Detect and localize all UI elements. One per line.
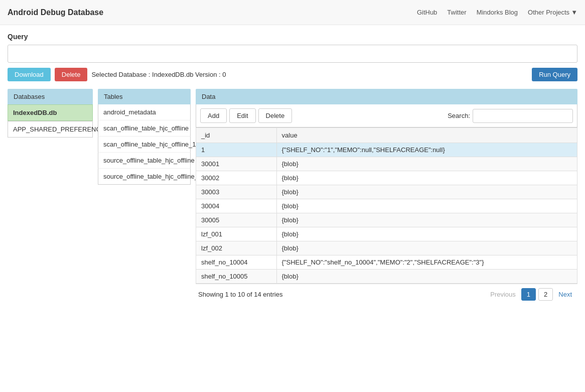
cell-value: {blob} (276, 270, 577, 284)
table-row[interactable]: shelf_no_10005{blob} (196, 270, 577, 284)
col-header-id: _id (196, 128, 277, 143)
cell-id: lzf_001 (196, 227, 277, 241)
query-input[interactable] (8, 45, 577, 63)
app-title: Android Debug Database (8, 8, 417, 17)
cell-id: shelf_no_10005 (196, 270, 277, 284)
table-row[interactable]: 30004{blob} (196, 199, 577, 213)
table-row[interactable]: lzf_002{blob} (196, 241, 577, 255)
table-row[interactable]: shelf_no_10004{"SHELF_NO":"shelf_no_1000… (196, 255, 577, 270)
table-row[interactable]: 30002{blob} (196, 171, 577, 185)
other-projects-link[interactable]: Other Projects ▼ (528, 9, 577, 16)
delete-data-button[interactable]: Delete (258, 108, 292, 123)
data-column: Data Add Edit Delete Search: _id value 1… (196, 89, 577, 305)
table-item-source-offline-1[interactable]: source_offline_table_hjc_offline_1 (98, 169, 191, 185)
table-item-scan-offline[interactable]: scan_offline_table_hjc_offline (98, 120, 191, 137)
cell-id: 30005 (196, 213, 277, 227)
page-2-button[interactable]: 2 (538, 288, 553, 301)
navbar: Android Debug Database GitHub Twitter Mi… (0, 0, 585, 25)
cell-value: {blob} (276, 213, 577, 227)
table-row[interactable]: 30001{blob} (196, 157, 577, 171)
cell-id: 30004 (196, 199, 277, 213)
cell-id: 30003 (196, 185, 277, 199)
table-item-source-offline[interactable]: source_offline_table_hjc_offline (98, 153, 191, 169)
table-row[interactable]: 30003{blob} (196, 185, 577, 199)
databases-column: Databases IndexedDB.db APP_SHARED_PREFER… (8, 89, 93, 138)
table-row[interactable]: 1{"SHELF_NO":"1","MEMO":null,"SHELFACREA… (196, 143, 577, 157)
pagination-controls: Previous 1 2 Next (487, 288, 575, 301)
db-item-app-shared-prefs[interactable]: APP_SHARED_PREFERENCES (8, 121, 93, 138)
cell-value: {"SHELF_NO":"1","MEMO":null,"SHELFACREAG… (276, 143, 577, 157)
main-content: Query Download Delete Selected Database … (0, 25, 585, 312)
cell-value: {"SHELF_NO":"shelf_no_10004","MEMO":"2",… (276, 255, 577, 270)
table-item-android-metadata[interactable]: android_metadata (98, 104, 191, 120)
mindorks-link[interactable]: Mindorks Blog (477, 9, 518, 16)
cell-id: 30001 (196, 157, 277, 171)
data-toolbar: Add Edit Delete Search: (196, 104, 577, 127)
nav-links: GitHub Twitter Mindorks Blog Other Proje… (417, 9, 577, 16)
databases-header: Databases (8, 89, 93, 104)
cell-value: {blob} (276, 185, 577, 199)
download-button[interactable]: Download (8, 68, 51, 81)
next-button[interactable]: Next (555, 289, 575, 300)
cell-value: {blob} (276, 241, 577, 255)
tables-column: Tables android_metadata scan_offline_tab… (98, 89, 191, 185)
data-table: _id value 1{"SHELF_NO":"1","MEMO":null,"… (196, 127, 577, 284)
query-label: Query (8, 33, 577, 41)
previous-button[interactable]: Previous (487, 289, 519, 300)
search-input[interactable] (473, 109, 573, 123)
cell-id: lzf_002 (196, 241, 277, 255)
cell-value: {blob} (276, 171, 577, 185)
pagination-bar: Showing 1 to 10 of 14 entries Previous 1… (196, 284, 577, 305)
github-link[interactable]: GitHub (417, 9, 437, 16)
tables-header: Tables (98, 89, 191, 104)
db-item-indexeddb[interactable]: IndexedDB.db (8, 104, 93, 121)
table-row[interactable]: 30005{blob} (196, 213, 577, 227)
cell-id: 1 (196, 143, 277, 157)
table-row[interactable]: lzf_001{blob} (196, 227, 577, 241)
selected-db-label: Selected Database : IndexedDB.db Version… (91, 71, 226, 78)
cell-value: {blob} (276, 227, 577, 241)
toolbar: Download Delete Selected Database : Inde… (8, 68, 577, 81)
cell-value: {blob} (276, 157, 577, 171)
cell-id: 30002 (196, 171, 277, 185)
edit-button[interactable]: Edit (229, 108, 255, 123)
dropdown-caret-icon: ▼ (571, 9, 577, 16)
showing-text: Showing 1 to 10 of 14 entries (198, 291, 282, 298)
table-item-scan-offline-1[interactable]: scan_offline_table_hjc_offline_1 (98, 137, 191, 153)
col-header-value: value (276, 128, 577, 143)
delete-button[interactable]: Delete (55, 68, 88, 81)
data-header: Data (196, 89, 577, 104)
search-label: Search: (448, 112, 470, 119)
add-button[interactable]: Add (200, 108, 227, 123)
page-1-button[interactable]: 1 (521, 288, 536, 301)
columns-layout: Databases IndexedDB.db APP_SHARED_PREFER… (8, 89, 577, 305)
run-query-button[interactable]: Run Query (532, 68, 577, 81)
twitter-link[interactable]: Twitter (447, 9, 466, 16)
cell-id: shelf_no_10004 (196, 255, 277, 270)
cell-value: {blob} (276, 199, 577, 213)
